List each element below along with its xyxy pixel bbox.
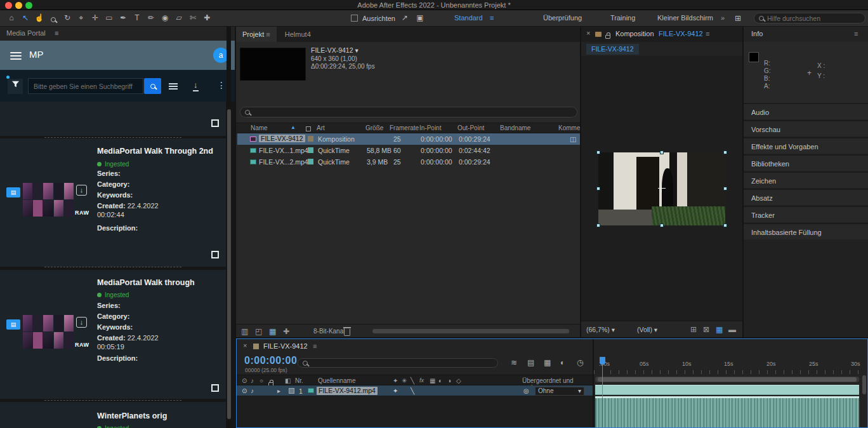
eye-icon[interactable]: ⊙: [242, 387, 247, 394]
eraser-tool-icon[interactable]: ▱: [173, 13, 185, 22]
timeline-scrollbar-thumb[interactable]: [862, 375, 866, 394]
audio-icon[interactable]: ♪: [251, 387, 254, 394]
column-name[interactable]: Name: [251, 124, 268, 131]
column-size[interactable]: Größe: [365, 124, 383, 131]
label-color-chip[interactable]: [308, 136, 313, 142]
layer-row[interactable]: ⊙ ♪ ▸ 1 FILE-VX-9412.mp4 ✦ ╲ ◎ Ohne▾: [237, 385, 593, 396]
close-panel-icon[interactable]: ×: [586, 29, 590, 37]
timeline-tab[interactable]: FILE-VX-9412: [263, 342, 308, 350]
workspace-manager-icon[interactable]: ⊞: [735, 14, 741, 23]
column-comment[interactable]: Komme: [558, 124, 580, 131]
workspace-tab-training[interactable]: Training: [610, 14, 635, 22]
pickwhip-icon[interactable]: ◎: [523, 387, 529, 394]
draft-3d-icon[interactable]: ▤: [527, 358, 534, 367]
collapse-switch-icon[interactable]: ✳: [402, 377, 407, 384]
solo-icon[interactable]: ○: [260, 377, 263, 384]
show-channel-icon[interactable]: ⊠: [703, 325, 709, 334]
scrollbar-thumb[interactable]: [227, 109, 231, 419]
media-list-scrollbar[interactable]: [227, 27, 231, 428]
tab-info[interactable]: Info: [751, 30, 763, 37]
trash-icon[interactable]: [344, 329, 350, 336]
rotate-tool-icon[interactable]: ↻: [61, 13, 74, 22]
workspace-menu-icon[interactable]: ≡: [490, 14, 494, 22]
motion-blur-switch-icon[interactable]: ◐: [438, 377, 442, 384]
composition-flowchart-icon[interactable]: ≋: [511, 358, 517, 367]
playhead-handle[interactable]: [600, 357, 605, 364]
tab-helmut4[interactable]: Helmut4: [279, 27, 317, 42]
roto-brush-tool-icon[interactable]: ✄: [187, 13, 199, 22]
bit-depth-label[interactable]: 8-Bit-Kanal: [313, 328, 345, 335]
pen-tool-icon[interactable]: ✒: [117, 13, 129, 22]
new-composition-icon[interactable]: ▦: [269, 327, 276, 336]
media-search-input[interactable]: [32, 82, 139, 91]
workspace-tab-kleiner-bildschirm[interactable]: Kleiner Bildschirm: [657, 14, 713, 22]
label-color-chip[interactable]: [308, 147, 313, 153]
current-timecode[interactable]: 0:00:00:00: [244, 355, 297, 366]
eye-icon[interactable]: ⊙: [242, 377, 247, 384]
type-tool-icon[interactable]: T: [131, 13, 143, 22]
composition-panel-label[interactable]: Komposition: [615, 30, 654, 37]
adjustment-switch-icon[interactable]: ◑: [447, 377, 451, 384]
panel-menu-icon[interactable]: ≡: [313, 342, 317, 350]
column-type[interactable]: Art: [317, 124, 325, 131]
playhead-line[interactable]: [602, 364, 603, 427]
zoom-tool-icon[interactable]: [47, 15, 60, 23]
frame-blend-switch-icon[interactable]: ▦: [430, 377, 435, 384]
select-checkbox[interactable]: [211, 384, 219, 392]
project-search-box[interactable]: [240, 107, 577, 117]
media-search-field[interactable]: [28, 78, 143, 94]
project-row[interactable]: FILE-VX...2.mp4 QuickTime 3,9 MB 25 0:00…: [237, 156, 580, 168]
select-checkbox[interactable]: [211, 251, 219, 258]
source-column-label[interactable]: Quellenname: [318, 377, 355, 384]
workspace-tab-ueberpruefung[interactable]: Überprüfung: [543, 14, 582, 22]
pan-behind-tool-icon[interactable]: ✛: [89, 13, 102, 22]
brush-tool-icon[interactable]: ✏: [145, 13, 157, 22]
effects-switch-icon[interactable]: fx: [419, 377, 424, 384]
timeline-search-box[interactable]: [298, 358, 498, 368]
number-column-label[interactable]: Nr.: [295, 377, 303, 384]
shape-tool-icon[interactable]: ▭: [103, 13, 115, 22]
thumbnail-strip[interactable]: [23, 183, 74, 217]
viewer-tab[interactable]: FILE-VX-9412: [586, 44, 639, 55]
new-folder-icon[interactable]: ◰: [255, 327, 262, 336]
layer-duration-bar[interactable]: [595, 385, 859, 395]
media-list-item[interactable]: WinterPlanets orig Ingested: [0, 402, 226, 428]
kebab-menu-icon[interactable]: ⋮: [217, 80, 226, 90]
snap-icon[interactable]: ↗: [398, 13, 411, 22]
filter-button[interactable]: [8, 79, 23, 94]
project-row[interactable]: FILE-VX...1.mp4 QuickTime 58,8 MB 60 0:0…: [237, 145, 580, 156]
layer-color-chip[interactable]: [289, 388, 294, 394]
grid-guides-icon[interactable]: ▣: [414, 13, 426, 22]
help-search-box[interactable]: [754, 13, 865, 23]
label-color-chip[interactable]: [308, 159, 313, 164]
sort-asc-icon[interactable]: ▲: [291, 124, 296, 130]
column-label-icon[interactable]: [306, 126, 311, 133]
selection-handle[interactable]: [660, 224, 664, 227]
quality-switch-icon[interactable]: ╲: [411, 387, 414, 394]
hand-tool-icon[interactable]: ☝: [33, 13, 46, 22]
transparency-grid-icon[interactable]: ▬: [728, 325, 736, 334]
selection-handle[interactable]: [660, 150, 664, 154]
download-icon[interactable]: ↓: [76, 317, 87, 328]
selection-handle[interactable]: [723, 224, 727, 227]
panel-menu-icon[interactable]: ≡: [55, 29, 58, 37]
dropdown-arrow-icon[interactable]: ▾: [355, 46, 358, 54]
media-list-item[interactable]: MediaPortal Walk through Ingested Series…: [0, 270, 226, 399]
panel-tracker[interactable]: Tracker: [744, 206, 868, 222]
panel-audio[interactable]: Audio: [744, 103, 868, 119]
region-of-interest-icon[interactable]: ▦: [716, 325, 723, 334]
align-checkbox[interactable]: [351, 15, 358, 22]
panel-zeichen[interactable]: Zeichen: [744, 171, 868, 188]
adjust-icon[interactable]: ✚: [283, 327, 289, 336]
graph-editor-icon[interactable]: ◷: [577, 358, 583, 367]
download-icon[interactable]: ↓: [194, 80, 198, 90]
clone-stamp-tool-icon[interactable]: ◉: [159, 13, 171, 22]
puppet-pin-tool-icon[interactable]: ✚: [201, 13, 213, 22]
audio-icon[interactable]: ♪: [251, 377, 254, 384]
selection-handle[interactable]: [723, 187, 727, 191]
panel-vorschau[interactable]: Vorschau: [744, 120, 868, 137]
filter-list-icon[interactable]: [169, 83, 178, 90]
panel-divider[interactable]: [580, 27, 581, 338]
camera-tool-icon[interactable]: ⌖: [75, 13, 88, 22]
project-row-selected[interactable]: FILE-VX-9412 Komposition 25 0:00:00:00 0…: [237, 133, 580, 145]
